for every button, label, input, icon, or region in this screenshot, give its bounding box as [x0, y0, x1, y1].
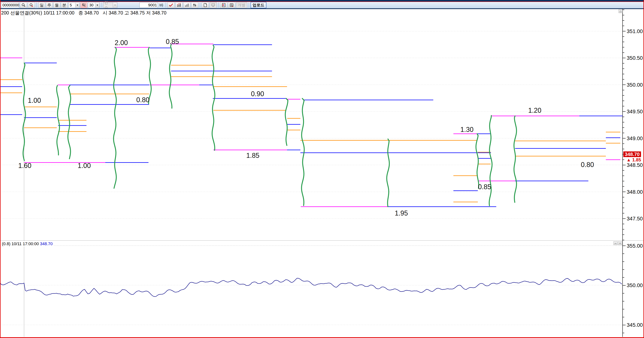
- bar-suffix-label: 바: [159, 2, 164, 8]
- lower-close-button[interactable]: ×: [618, 241, 622, 245]
- range-value-label: 1.00: [28, 97, 41, 104]
- chart-canvas[interactable]: 351.00350.50350.00349.50349.00348.50348.…: [0, 9, 644, 338]
- range-value-label: 0.85: [478, 183, 491, 191]
- range-value-label: 1.30: [460, 126, 474, 133]
- tick-count-combobox[interactable]: 30 ▼: [88, 2, 100, 8]
- volume-chart-button[interactable]: [176, 2, 182, 8]
- bars-red-dots-icon: [177, 3, 181, 7]
- range-value-label: 0.80: [136, 96, 150, 104]
- tick-count-value: 30: [88, 3, 95, 7]
- tick-trace-line: [68, 85, 71, 159]
- up-down-arrows-icon: [193, 3, 197, 7]
- tick-trace-line: [302, 98, 304, 206]
- individual-button-disabled: 개별: [236, 2, 247, 8]
- lower-minimize-button[interactable]: ─: [614, 241, 618, 245]
- draw-tool-button[interactable]: [168, 2, 175, 8]
- separator: [218, 2, 218, 8]
- separator: [36, 2, 37, 8]
- range-value-label: 1.20: [528, 106, 541, 114]
- main-chart-header: 200 선물연결(30틱) 10/11 17:00:00 종 348.70 시 …: [1, 10, 166, 16]
- chevron-down-icon: ▼: [113, 3, 117, 7]
- title-bar: [0, 0, 644, 1]
- window-border: [0, 0, 0, 338]
- grid-icon: [230, 3, 234, 7]
- magnifier-icon: [22, 3, 26, 7]
- y-axis-label: 355.00: [627, 243, 643, 249]
- sort-updown-button[interactable]: [191, 2, 198, 8]
- separator: [249, 2, 249, 8]
- separator: [101, 2, 102, 8]
- range-value-label: 1.00: [78, 162, 91, 169]
- monitor-icon: [211, 3, 215, 7]
- price-change-label: ▲ 1.85: [623, 157, 641, 162]
- current-price-badge: 348.70: [623, 151, 641, 157]
- pane-maximize-button[interactable]: □: [618, 9, 622, 13]
- candle-report-button[interactable]: [220, 2, 227, 8]
- upload-button[interactable]: 업로드: [250, 2, 266, 8]
- zoom-out-button[interactable]: [28, 2, 35, 8]
- capture-button-disabled: [210, 2, 217, 8]
- count-combobox-disabled: 건수 ▼: [103, 2, 117, 8]
- y-axis-label: 348.50: [627, 162, 643, 168]
- range-value-label: 1.85: [246, 152, 260, 159]
- y-axis-label: 350.00: [627, 282, 643, 288]
- new-document-button[interactable]: [202, 2, 209, 8]
- candle-doc-icon: [222, 3, 226, 7]
- period-tick-button[interactable]: 틱: [80, 2, 87, 8]
- period-month-button[interactable]: 월: [54, 2, 60, 8]
- period-day-button[interactable]: 일: [38, 2, 45, 8]
- tick-trace-line: [169, 44, 172, 108]
- bar-count-input[interactable]: 9001: [140, 2, 158, 8]
- chevron-down-icon[interactable]: ▼: [95, 3, 100, 7]
- lower-panel-value: 348.70: [40, 241, 53, 246]
- range-value-label: 0.80: [581, 161, 594, 169]
- symbol-combobox[interactable]: 00000000 ▼: [1, 2, 19, 8]
- separator: [200, 2, 200, 8]
- y-axis-label: 345.00: [627, 322, 643, 328]
- tick-trace-line: [387, 139, 389, 207]
- minute-combobox[interactable]: 5 ▼: [68, 2, 80, 8]
- grid-view-button[interactable]: [228, 2, 235, 8]
- chevron-down-icon[interactable]: ▼: [75, 3, 80, 7]
- y-axis-label: 350.50: [627, 55, 643, 61]
- tick-trace-line: [476, 134, 479, 188]
- window-border: [0, 337, 644, 338]
- range-value-label: 1.60: [18, 162, 32, 169]
- bar-chart-button[interactable]: [183, 2, 190, 8]
- symbol-value: 00000000: [1, 3, 20, 7]
- document-icon: [203, 3, 207, 7]
- period-week-button[interactable]: 주: [46, 2, 53, 8]
- tick-trace-line: [148, 47, 151, 104]
- magnifier-back-icon: [29, 3, 34, 7]
- lower-panel-header: (0.8) 10/11 17:00:00 348.70: [1, 241, 54, 247]
- y-axis-label: 349.00: [627, 135, 643, 141]
- chart-area[interactable]: 351.00350.50350.00349.50349.00348.50348.…: [0, 9, 644, 337]
- minute-value: 5: [68, 3, 75, 7]
- app-window: 00000000 ▼ 일 주 월 분 5 ▼ 틱 30 ▼: [0, 0, 644, 338]
- tick-trace-line: [212, 45, 215, 150]
- range-value-label: 0.85: [166, 38, 179, 45]
- y-axis-label: 348.00: [627, 189, 643, 195]
- y-axis-label: 350.00: [627, 82, 643, 88]
- y-axis-label: 347.50: [627, 216, 643, 222]
- indicator-line: [0, 278, 622, 297]
- red-check-icon: [169, 3, 173, 7]
- range-value-label: 2.00: [115, 39, 128, 47]
- range-value-label: 0.90: [251, 90, 264, 98]
- toolbar: 00000000 ▼ 일 주 월 분 5 ▼ 틱 30 ▼: [0, 2, 644, 8]
- period-minute-button[interactable]: 분: [61, 2, 68, 8]
- separator: [166, 2, 166, 8]
- tick-trace-line: [514, 116, 516, 202]
- y-axis-label: 349.50: [627, 109, 643, 114]
- y-axis-label: 351.00: [627, 28, 643, 34]
- bar-chart-icon: [185, 3, 189, 7]
- tick-trace-line: [114, 47, 116, 188]
- range-value-label: 1.95: [395, 209, 408, 217]
- tick-trace-line: [489, 116, 492, 206]
- zoom-in-button[interactable]: [20, 2, 27, 8]
